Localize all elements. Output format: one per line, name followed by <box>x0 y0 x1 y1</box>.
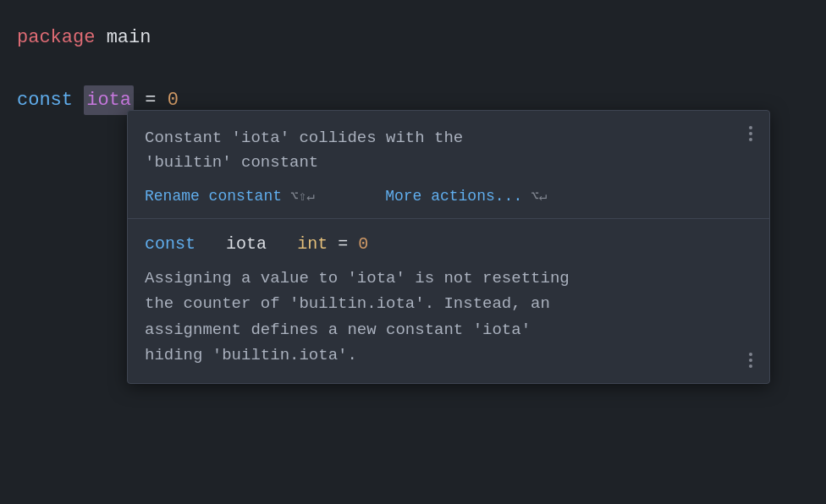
space-2 <box>73 86 84 114</box>
lower-dots-menu[interactable] <box>744 349 757 371</box>
preview-space2 <box>277 234 287 254</box>
preview-keyword: const <box>145 234 195 254</box>
more-actions-link[interactable]: More actions... <box>385 188 522 205</box>
tooltip-actions: Rename constant ⌥⇧↵ More actions... ⌥↵ <box>145 188 752 205</box>
empty-line-1 <box>0 55 826 82</box>
identifier-iota-highlighted: iota <box>84 85 134 115</box>
preview-name: iota <box>226 234 267 254</box>
body-line4: hiding 'builtin.iota'. <box>145 342 752 368</box>
rename-constant-kbd: ⌥⇧↵ <box>290 188 315 205</box>
tooltip-message-line1: Constant 'iota' collides with the <box>145 126 752 151</box>
space-1 <box>95 24 106 52</box>
code-line-package: package main <box>0 20 826 55</box>
preview-operator: = <box>338 234 358 254</box>
lower-dot-1 <box>749 353 752 356</box>
tooltip-message-line2: 'builtin' constant <box>145 151 752 175</box>
tooltip-upper-section: Constant 'iota' collides with the 'built… <box>128 111 769 219</box>
editor-area: package main const iota = 0 Constant 'io… <box>0 0 826 504</box>
body-line2: the counter of 'builtin.iota'. Instead, … <box>145 291 752 316</box>
tooltip-body-text: Assigning a value to 'iota' is not reset… <box>145 266 752 369</box>
action-separator <box>332 188 368 205</box>
lower-dot-2 <box>749 359 752 362</box>
preview-value: 0 <box>358 234 368 254</box>
more-actions-kbd: ⌥↵ <box>531 188 547 205</box>
lower-dot-3 <box>749 364 752 368</box>
body-line1: Assigning a value to 'iota' is not reset… <box>145 266 752 291</box>
tooltip-lower-section: const iota int = 0 Assigning a value to … <box>128 219 769 384</box>
keyword-package: package <box>17 24 95 52</box>
tooltip-message: Constant 'iota' collides with the 'built… <box>145 126 752 176</box>
tooltip-code-preview: const iota int = 0 <box>145 234 752 254</box>
preview-space <box>206 234 216 254</box>
dot-1 <box>749 126 752 129</box>
preview-type: int <box>297 234 328 254</box>
tooltip-popup: Constant 'iota' collides with the 'built… <box>127 110 770 384</box>
dot-3 <box>749 138 752 141</box>
keyword-const: const <box>17 86 73 114</box>
rename-constant-action[interactable]: Rename constant <box>145 188 282 205</box>
body-line3: assignment defines a new constant 'iota' <box>145 317 752 342</box>
upper-dots-menu[interactable] <box>744 123 757 145</box>
identifier-main: main <box>107 24 151 52</box>
dot-2 <box>749 132 752 135</box>
